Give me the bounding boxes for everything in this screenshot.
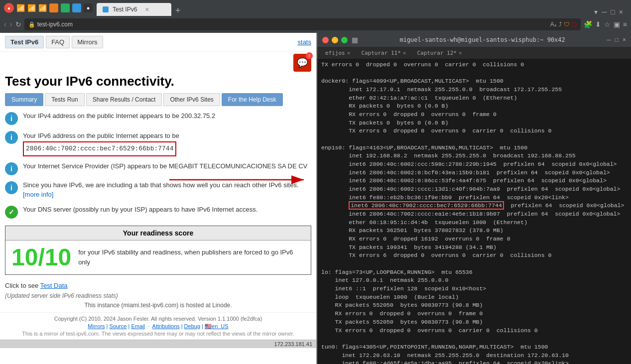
terminal-line	[321, 135, 627, 144]
source-link[interactable]: Source	[110, 323, 127, 329]
menu-button[interactable]: ≡	[623, 20, 627, 28]
score-header: Your readiness score	[5, 226, 311, 241]
download-button[interactable]: ⬇	[595, 20, 601, 28]
terminal-close-btn[interactable]	[322, 37, 329, 43]
terminal-line: RX packets 0 bytes 0 (0.0 B)	[321, 102, 627, 111]
test-data-link[interactable]: Test Data	[40, 282, 68, 289]
terminal-window-title: miguel-santos-wh@miguel-santos-wisphub:~…	[362, 36, 603, 43]
bookmark-button[interactable]: ☆	[604, 20, 611, 28]
tab-other-ipv6[interactable]: Other IPv6 Sites	[163, 93, 220, 106]
ipv6-address-box: 2806:40c:7002:cccc:bec7:6529:66bb:7744	[23, 141, 176, 156]
nav-forward-button[interactable]: ›	[9, 20, 12, 29]
terminal-line: TX errors 0 dropped 0 overruns 0 carrier…	[321, 327, 627, 335]
nav-mirrors[interactable]: Mirrors	[72, 36, 103, 48]
terminal-min-btn[interactable]	[332, 37, 338, 43]
adblock-icon[interactable]: ⬡	[572, 21, 577, 28]
tab-tests-run[interactable]: Tests Run	[45, 93, 84, 106]
terminal-line: RX errors 0 dropped 16192 overruns 0 fra…	[321, 235, 627, 243]
info-icon-blue-2: i	[5, 131, 18, 144]
terminal-line-ipv6-highlighted: inet6 2806:40c:7002:cccc:bec7:6529:66bb:…	[321, 202, 627, 210]
tab-share-results[interactable]: Share Results / Contact	[86, 93, 162, 106]
email-link[interactable]: Email	[131, 323, 145, 329]
tab-summary[interactable]: Summary	[5, 93, 43, 106]
nav-faq[interactable]: FAQ	[46, 36, 70, 48]
terminal-tab-efijos[interactable]: efijos ×	[320, 49, 355, 57]
click-see-text: Click to see	[5, 282, 38, 289]
terminal-line: inet6 2806:40c:6002:0:bcf0:43ea:15b9:b18…	[321, 169, 627, 177]
tab-favicon	[103, 6, 109, 12]
info-item-dns: ✓ Your DNS server (possibly run by your …	[5, 205, 311, 219]
browser-tab-active[interactable]: Test IPv6 ×	[97, 3, 171, 16]
tab-help-desk[interactable]: For the Help Desk	[222, 93, 283, 106]
terminal-line: inet6 fe80::4d65f:4e5a:1dba:aa95 prefixl…	[321, 360, 627, 364]
terminal-line: inet6 2806:40c:6002:cccc:13d1:c40f:904b:…	[321, 185, 627, 194]
footer-mirror-notice: This is a mirror of test-ipv6.com. The v…	[5, 331, 311, 337]
address-bar-url[interactable]: test-ipv6.com	[37, 21, 548, 28]
terminal-line: TX packets 0 bytes 0 (0.0 B)	[321, 119, 627, 127]
wifi-icon-3: 📶	[38, 4, 47, 12]
chat-icon[interactable]: 💬 !	[293, 54, 311, 72]
status-ip: 172.233.181.41	[274, 341, 312, 347]
tab-close-capturar12[interactable]: ×	[459, 50, 462, 56]
tab-close-efijos[interactable]: ×	[347, 50, 351, 56]
stats-link[interactable]: stats	[298, 38, 311, 46]
tabs-button[interactable]: ▣	[614, 20, 620, 28]
terminal-line: inet 127.0.0.1 netmask 255.0.0.0	[321, 276, 627, 285]
terminal-line: inet 172.17.0.1 netmask 255.255.0.0 broa…	[321, 86, 627, 94]
info-icon-blue-3: i	[5, 162, 18, 175]
ssl-icon: 🔒	[28, 21, 35, 28]
info-text-dns: Your DNS server (possibly run by your IS…	[23, 205, 257, 215]
footer-links: Mirrors | Source | Email · Attributions …	[5, 323, 311, 330]
wifi-icon-2: 📶	[27, 4, 36, 12]
footer-copyright: Copyright (C) 2010, 2024 Jason Fesler. A…	[5, 316, 311, 322]
more-info-link[interactable]: [more info]	[23, 191, 53, 198]
terminal-line: ether 02:42:1a:a7:ac:c1 txqueuelen 0 (Et…	[321, 94, 627, 103]
info-text-tab: Since you have IPv6, we are including a …	[23, 180, 311, 200]
terminal-line: TX errors 0 dropped 0 overruns 0 carrier…	[321, 61, 627, 69]
terminal-line: inet6 2806:40c:6002:ccc:598c:2788:229b:1…	[321, 160, 627, 169]
terminal-line: loop txqueuelen 1000 (Bucle local)	[321, 293, 627, 302]
terminal-tab-capturar12[interactable]: Capturar 12* ×	[412, 49, 467, 57]
terminal-tab-capturar11[interactable]: Capturar 11* ×	[356, 49, 411, 57]
terminal-max-btn[interactable]	[341, 37, 348, 43]
taskbar-icon-1[interactable]: ●	[4, 3, 14, 13]
info-item-tab: i Since you have IPv6, we are including …	[5, 180, 311, 200]
info-item-ipv4: i Your IPv4 address on the public Intern…	[5, 111, 311, 125]
tab-close-btn[interactable]: ×	[145, 5, 149, 13]
info-text-ipv4: Your IPv4 address on the public Internet…	[23, 111, 215, 121]
nav-back-button[interactable]: ‹	[4, 20, 6, 29]
extensions-button[interactable]: 🧩	[584, 20, 592, 28]
app-icon-github[interactable]: ●	[84, 3, 93, 12]
attributions-link[interactable]: Attributions	[152, 323, 180, 329]
terminal-line: RX errors 0 dropped 0 overruns 0 frame 0	[321, 111, 627, 119]
terminal-line	[321, 260, 627, 268]
nav-test-ipv6[interactable]: Test IPv6	[5, 36, 44, 48]
terminal-line: lo: flags=73<UP,LOOPBACK,RUNNING> mtu 65…	[321, 268, 627, 277]
info-icon-blue-4: i	[5, 181, 18, 194]
info-item-ipv6: i Your IPv6 address on the public Intern…	[5, 130, 311, 156]
terminal-line: RX packets 552050 bytes 90830773 (90.8 M…	[321, 301, 627, 310]
shield-icon[interactable]: 🛡	[564, 21, 570, 28]
site-heading: Test your IPv6 connectivity.	[0, 72, 316, 93]
tab-close-capturar11[interactable]: ×	[403, 50, 406, 56]
refresh-button[interactable]: ↻	[15, 20, 21, 28]
translate-icon[interactable]: Aₐ	[550, 21, 557, 28]
terminal-line: TX packets 552050 bytes 90830773 (90.8 M…	[321, 318, 627, 327]
terminal-line: TX errors 0 dropped 0 overruns 0 carrier…	[321, 127, 627, 135]
lang-link[interactable]: 🇺🇸en_US	[205, 323, 229, 329]
app-icon-blue[interactable]	[72, 3, 81, 12]
terminal-line: ether 60:18:95:1c:d4:4b txqueuelen 1000 …	[321, 219, 627, 227]
ipv6-prefix-text: Your IPv6 address on the public Internet…	[23, 132, 179, 139]
terminal-body: TX errors 0 dropped 0 overruns 0 carrier…	[317, 59, 631, 364]
app-icon-green[interactable]	[61, 3, 70, 12]
share-icon[interactable]: ⤴	[559, 21, 562, 28]
debug-link[interactable]: Debug	[184, 323, 200, 329]
terminal-grid-icon[interactable]: ▦	[352, 36, 358, 44]
terminal-line: inet6 2806:40c:7002:cccc:ea1e:4e5e:1b18:…	[321, 210, 627, 219]
terminal-line: tun0: flags=4305<UP,POINTOPOINT,RUNNING,…	[321, 343, 627, 352]
info-item-isp: i Your Internet Service Provider (ISP) a…	[5, 161, 311, 175]
app-icon-orange[interactable]	[49, 3, 58, 12]
new-tab-button[interactable]: +	[171, 5, 185, 16]
mirrors-link[interactable]: Mirrors	[88, 323, 105, 329]
terminal-line: TX packets 199341 bytes 34194288 (34.1 M…	[321, 243, 627, 252]
